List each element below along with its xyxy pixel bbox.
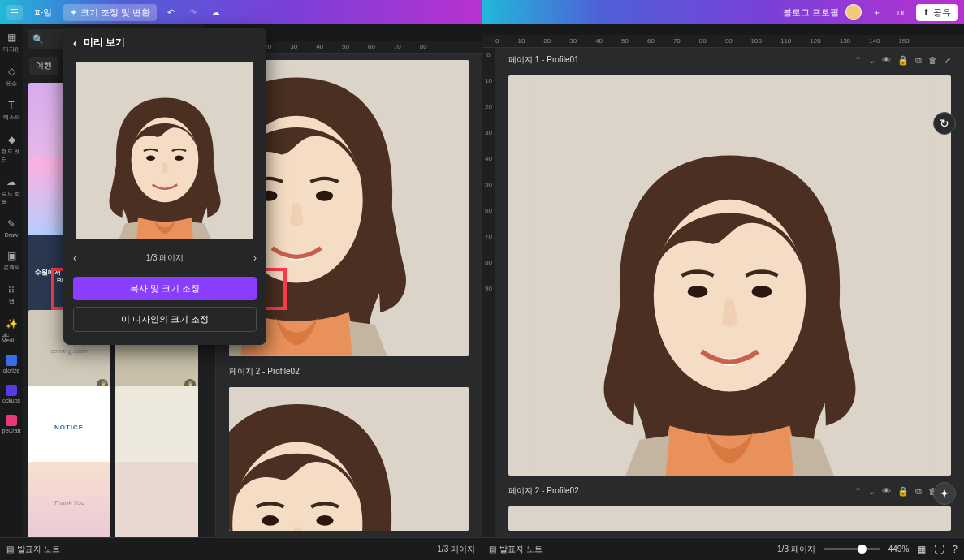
user-avatar[interactable]: [845, 4, 862, 20]
rail-item-colorize[interactable]: olorize: [2, 353, 22, 375]
page-indicator-footer[interactable]: 1/3 페이지: [777, 544, 815, 555]
lock-icon[interactable]: 🔒: [897, 486, 909, 497]
rail-item-apps[interactable]: ⁝⁝앱: [3, 282, 19, 308]
rail-item-design[interactable]: ▦디자인: [2, 29, 22, 55]
page-canvas-2[interactable]: [229, 387, 469, 531]
side-rail: ▦디자인 ◇요소 T텍스트 ◆랜드 센터 ☁로드 항목 ✎Draw ▣로젝트 ⁝…: [0, 24, 23, 537]
grid-view-button[interactable]: ▦: [917, 544, 926, 555]
template-thumbnail[interactable]: [115, 462, 198, 537]
next-page-arrow[interactable]: ›: [253, 252, 257, 264]
rail-item-mockups[interactable]: ockups: [1, 383, 22, 405]
file-menu[interactable]: 파일: [29, 5, 57, 20]
horizontal-ruler: 0102030405060708090100110120130140150: [482, 35, 964, 48]
lock-icon[interactable]: 🔒: [897, 55, 909, 66]
cloud-upload-icon: ☁: [5, 175, 18, 188]
page-canvas-2[interactable]: [508, 506, 951, 531]
template-thumbnail[interactable]: NOTICE: [28, 386, 110, 468]
footer-left: ▤발표자 노트 1/3 페이지: [0, 537, 482, 560]
rail-item-magicmedia[interactable]: ✨gic Medi: [0, 316, 23, 345]
footer-right: ▤발표자 노트 1/3 페이지 449% ▦ ⛶ ?: [482, 537, 964, 560]
share-button[interactable]: ⬆공유: [916, 4, 958, 21]
visibility-icon[interactable]: 👁: [882, 486, 891, 497]
page-label: 페이지 1 - Profile01: [508, 54, 579, 66]
preview-thumbnail: [76, 62, 253, 239]
sparkle-icon: ✦: [70, 7, 77, 18]
zoom-slider[interactable]: [824, 548, 880, 550]
help-button[interactable]: ?: [952, 544, 958, 555]
expand-icon[interactable]: ⤢: [944, 55, 951, 66]
page-label: 페이지 2 - Profile02: [508, 485, 579, 497]
canvas-area-right: 0102030405060708090100110120130140150 01…: [482, 24, 964, 537]
shapes-icon: ◇: [5, 65, 18, 78]
wand-icon: ✨: [5, 317, 18, 330]
resize-this-design-button[interactable]: 이 디자인의 크기 조정: [73, 307, 257, 332]
delete-icon[interactable]: 🗑: [928, 55, 937, 66]
page-up-icon[interactable]: ⌃: [854, 486, 862, 497]
analytics-button[interactable]: ⫾⫾: [892, 5, 910, 19]
cloud-sync-icon: ☁: [207, 5, 224, 20]
grid-icon: ⁝⁝: [5, 283, 18, 296]
template-thumbnail[interactable]: Thank You: [28, 462, 110, 537]
notes-icon: ▤: [6, 545, 14, 554]
colorize-icon: [6, 355, 17, 366]
page-indicator-footer[interactable]: 1/3 페이지: [437, 544, 475, 555]
page-down-icon[interactable]: ⌄: [868, 486, 875, 497]
page-canvas-1[interactable]: [508, 75, 951, 476]
rail-item-projects[interactable]: ▣로젝트: [2, 248, 22, 274]
rail-item-elements[interactable]: ◇요소: [3, 63, 19, 89]
document-title[interactable]: 블로그 프로필: [783, 6, 839, 19]
notes-icon: ▤: [489, 545, 496, 554]
visibility-icon[interactable]: 👁: [882, 55, 891, 66]
duplicate-icon[interactable]: ⧉: [915, 55, 922, 66]
fullscreen-button[interactable]: ⛶: [934, 544, 944, 555]
template-thumbnail[interactable]: [115, 386, 198, 468]
rail-item-uploads[interactable]: ☁로드 항목: [0, 174, 23, 208]
topbar-right: 블로그 프로필 ＋ ⫾⫾ ⬆공유: [482, 0, 964, 24]
topbar-left: ☰ 파일 ✦ 크기 조정 및 변환 ↶ ↷ ☁: [0, 0, 482, 24]
page-up-icon[interactable]: ⌃: [854, 55, 862, 66]
ai-sparkle-fab[interactable]: ✦: [933, 482, 956, 505]
back-arrow-icon[interactable]: ‹: [73, 37, 77, 50]
preview-popup: ‹ 미리 보기 ‹ 1/3 페이지 › 복사 및 크기 조정 이 디자인의 크기…: [63, 28, 266, 345]
template-cat[interactable]: 여행: [29, 57, 58, 75]
text-icon: T: [5, 99, 18, 112]
rail-item-text[interactable]: T텍스트: [2, 97, 22, 123]
redo-button[interactable]: ↷: [185, 5, 201, 20]
pencil-icon: ✎: [5, 218, 18, 230]
presenter-notes-button[interactable]: ▤발표자 노트: [6, 544, 60, 555]
preview-title: 미리 보기: [84, 36, 125, 50]
regenerate-fab[interactable]: ↻: [933, 112, 956, 135]
copy-resize-button[interactable]: 복사 및 크기 조정: [73, 277, 257, 300]
mockups-icon: [6, 385, 17, 396]
upload-icon: ⬆: [923, 7, 930, 18]
layout-icon: ▦: [5, 31, 18, 44]
hamburger-menu[interactable]: ☰: [6, 5, 23, 20]
zoom-value[interactable]: 449%: [888, 545, 910, 554]
search-icon: 🔍: [32, 34, 44, 45]
page-actions: ⌃ ⌄ 👁 🔒 ⧉ 🗑 ⤢: [854, 55, 951, 66]
vertical-ruler: 0102030405060708090: [482, 48, 495, 537]
rail-item-brand[interactable]: ◆랜드 센터: [0, 131, 23, 166]
duplicate-icon[interactable]: ⧉: [915, 486, 922, 497]
page-indicator: 1/3 페이지: [146, 252, 184, 264]
add-collaborator-button[interactable]: ＋: [868, 4, 885, 21]
page-down-icon[interactable]: ⌄: [868, 55, 875, 66]
rail-item-typecraft[interactable]: peCraft: [1, 413, 23, 435]
folder-icon: ▣: [5, 249, 18, 262]
prev-page-arrow[interactable]: ‹: [73, 252, 76, 264]
page-label: 페이지 2 - Profile02: [229, 366, 300, 377]
rail-item-draw[interactable]: ✎Draw: [3, 216, 19, 239]
typecraft-icon: [6, 415, 17, 426]
undo-button[interactable]: ↶: [163, 5, 179, 20]
resize-convert-button[interactable]: ✦ 크기 조정 및 변환: [63, 4, 157, 21]
brand-icon: ◆: [5, 133, 18, 146]
presenter-notes-button[interactable]: ▤발표자 노트: [489, 544, 543, 555]
